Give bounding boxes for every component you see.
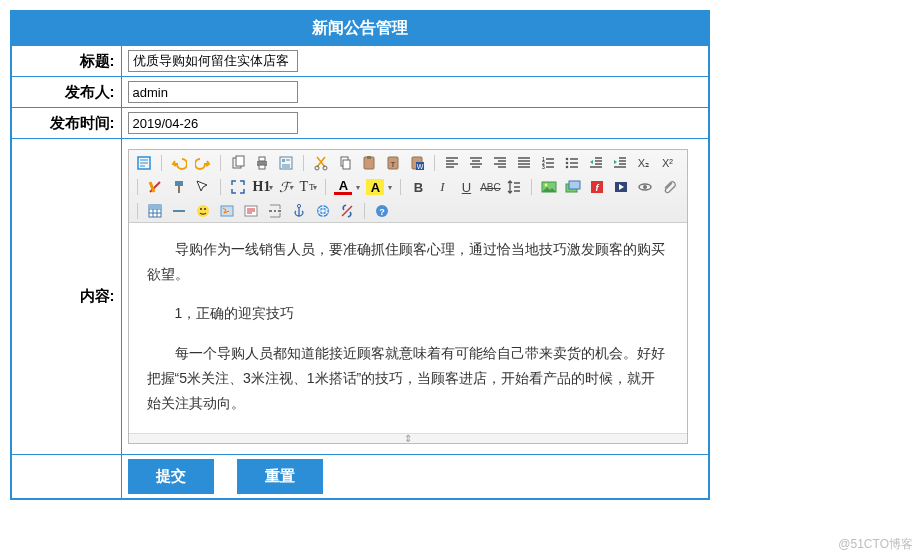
content-paragraph: 1，正确的迎宾技巧	[147, 301, 669, 326]
underline-icon[interactable]: U	[457, 178, 475, 196]
align-right-icon[interactable]	[491, 154, 509, 172]
pagebreak-icon[interactable]	[266, 202, 284, 220]
svg-rect-13	[367, 156, 371, 159]
template-icon[interactable]	[277, 154, 295, 172]
superscript-icon[interactable]: X²	[659, 154, 677, 172]
svg-rect-7	[282, 159, 285, 162]
anchor-icon[interactable]	[290, 202, 308, 220]
rich-text-editor: T W 123 X₂ X²	[128, 149, 688, 444]
link-icon[interactable]	[314, 202, 332, 220]
svg-rect-5	[259, 165, 265, 169]
editor-toolbar: T W 123 X₂ X²	[129, 150, 687, 223]
select-all-icon[interactable]	[194, 178, 212, 196]
reset-button[interactable]: 重置	[237, 459, 323, 494]
submit-button[interactable]: 提交	[128, 459, 214, 494]
table-icon[interactable]	[146, 202, 164, 220]
align-left-icon[interactable]	[443, 154, 461, 172]
paste-text-icon[interactable]: T	[384, 154, 402, 172]
highlight-color-picker[interactable]: A	[366, 179, 384, 195]
svg-point-43	[297, 204, 300, 207]
svg-rect-30	[569, 181, 580, 189]
publisher-input[interactable]	[128, 81, 298, 103]
about-icon[interactable]: ?	[373, 202, 391, 220]
fullscreen-icon[interactable]	[229, 178, 247, 196]
align-center-icon[interactable]	[467, 154, 485, 172]
label-content: 内容:	[11, 139, 121, 455]
image-icon[interactable]	[540, 178, 558, 196]
copy2-icon[interactable]	[336, 154, 354, 172]
font-size-dropdown[interactable]: TT▾	[299, 179, 317, 195]
indent-icon[interactable]	[611, 154, 629, 172]
list-ol-icon[interactable]: 123	[539, 154, 557, 172]
content-paragraph: 每一个导购人员都知道能接近顾客就意味着有可能给自己带来卖货的机会。好好把握“5米…	[147, 341, 669, 417]
font-family-dropdown[interactable]: ℱ▾	[279, 179, 293, 196]
media-icon[interactable]	[612, 178, 630, 196]
paste-icon[interactable]	[360, 154, 378, 172]
list-ul-icon[interactable]	[563, 154, 581, 172]
svg-text:3: 3	[542, 164, 545, 170]
form-header: 新闻公告管理	[11, 11, 709, 46]
svg-rect-25	[175, 181, 183, 186]
label-publish-time: 发布时间:	[11, 108, 121, 139]
news-form-table: 新闻公告管理 标题: 发布人: 发布时间: 内容:	[10, 10, 710, 500]
emoticon-icon[interactable]	[194, 202, 212, 220]
subscript-icon[interactable]: X₂	[635, 154, 653, 172]
clear-format-icon[interactable]	[146, 178, 164, 196]
bold-icon[interactable]: B	[409, 178, 427, 196]
svg-rect-4	[259, 157, 265, 161]
print-icon[interactable]	[253, 154, 271, 172]
svg-point-35	[643, 185, 647, 189]
paste-word-icon[interactable]: W	[408, 154, 426, 172]
svg-text:T: T	[390, 160, 395, 169]
svg-rect-11	[343, 160, 350, 169]
svg-rect-37	[149, 205, 161, 209]
svg-point-22	[565, 158, 568, 161]
strike-icon[interactable]: ABC	[481, 178, 499, 196]
svg-text:W: W	[416, 163, 423, 170]
map-icon[interactable]	[218, 202, 236, 220]
publish-time-input[interactable]	[128, 112, 298, 134]
undo-icon[interactable]	[170, 154, 188, 172]
multiimage-icon[interactable]	[564, 178, 582, 196]
heading-dropdown[interactable]: H1▾	[253, 179, 274, 195]
flash-icon[interactable]: f	[588, 178, 606, 196]
svg-point-28	[545, 184, 548, 187]
content-paragraph: 导购作为一线销售人员，要准确抓住顾客心理，通过恰当地技巧激发顾客的购买欲望。	[147, 237, 669, 287]
editor-resize-handle[interactable]: ⇕	[129, 433, 687, 443]
svg-point-24	[565, 166, 568, 169]
unlink-icon[interactable]	[338, 202, 356, 220]
label-publisher: 发布人:	[11, 77, 121, 108]
svg-text:?: ?	[379, 207, 385, 217]
svg-point-38	[197, 205, 209, 217]
label-title: 标题:	[11, 46, 121, 77]
copy-icon[interactable]	[229, 154, 247, 172]
source-icon[interactable]	[135, 154, 153, 172]
format-brush-icon[interactable]	[170, 178, 188, 196]
attach-icon[interactable]	[660, 178, 678, 196]
svg-rect-26	[178, 186, 180, 193]
outdent-icon[interactable]	[587, 154, 605, 172]
file-icon[interactable]	[636, 178, 654, 196]
svg-rect-41	[221, 206, 233, 216]
svg-point-40	[204, 208, 206, 210]
editor-content-area[interactable]: 导购作为一线销售人员，要准确抓住顾客心理，通过恰当地技巧激发顾客的购买欲望。 1…	[129, 223, 687, 433]
font-color-picker[interactable]: A	[334, 179, 352, 195]
lineheight-icon[interactable]	[505, 178, 523, 196]
svg-point-23	[565, 162, 568, 165]
svg-rect-2	[236, 156, 244, 166]
cut-icon[interactable]	[312, 154, 330, 172]
code-icon[interactable]	[242, 202, 260, 220]
svg-point-39	[200, 208, 202, 210]
align-justify-icon[interactable]	[515, 154, 533, 172]
redo-icon[interactable]	[194, 154, 212, 172]
hr-icon[interactable]	[170, 202, 188, 220]
italic-icon[interactable]: I	[433, 178, 451, 196]
title-input[interactable]	[128, 50, 298, 72]
